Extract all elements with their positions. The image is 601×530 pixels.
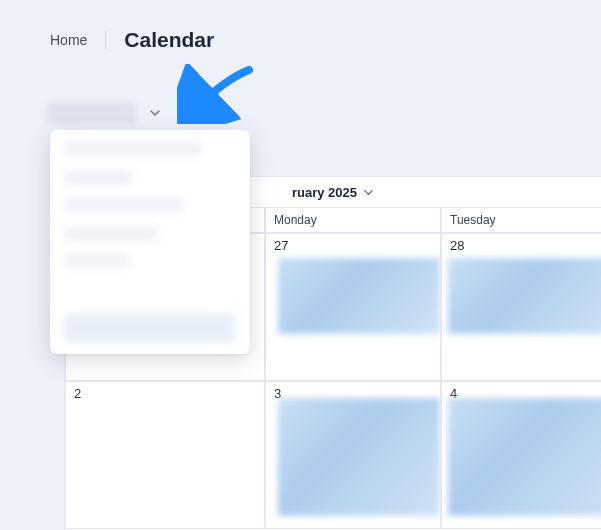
calendar-cell[interactable]: 27 <box>265 233 441 381</box>
dropdown-footer[interactable] <box>64 314 236 342</box>
chevron-down-icon <box>146 104 164 122</box>
calendar-event[interactable] <box>448 258 601 334</box>
calendar-cell[interactable]: 4 <box>441 381 601 529</box>
dropdown-item[interactable] <box>64 198 184 212</box>
breadcrumb: Home Calendar <box>0 0 601 52</box>
dropdown-item[interactable] <box>64 142 202 156</box>
calendar-column-header: Tuesday <box>441 207 601 233</box>
dropdown-item[interactable] <box>64 226 159 240</box>
calendar-event[interactable] <box>278 398 440 516</box>
calendar-column-header: Monday <box>265 207 441 233</box>
filter-trigger[interactable] <box>46 102 164 124</box>
dropdown-item[interactable] <box>64 170 133 184</box>
calendar-cell[interactable]: 2 <box>65 381 265 529</box>
annotation-arrow <box>177 64 261 124</box>
calendar-day-number: 27 <box>274 238 288 253</box>
calendar-month-label: ruary 2025 <box>292 185 357 200</box>
dropdown-item[interactable] <box>64 254 129 268</box>
chevron-down-icon <box>363 187 374 198</box>
calendar-day-number: 2 <box>74 386 81 401</box>
breadcrumb-home[interactable]: Home <box>50 32 87 48</box>
calendar-cell[interactable]: 28 <box>441 233 601 381</box>
calendar-event[interactable] <box>448 398 601 516</box>
calendar-day-number: 28 <box>450 238 464 253</box>
calendar-cell[interactable]: 3 <box>265 381 441 529</box>
filter-dropdown[interactable] <box>50 130 250 354</box>
calendar-event[interactable] <box>278 258 440 334</box>
filter-label <box>46 102 136 124</box>
page-title: Calendar <box>124 28 214 52</box>
breadcrumb-separator <box>105 31 106 49</box>
